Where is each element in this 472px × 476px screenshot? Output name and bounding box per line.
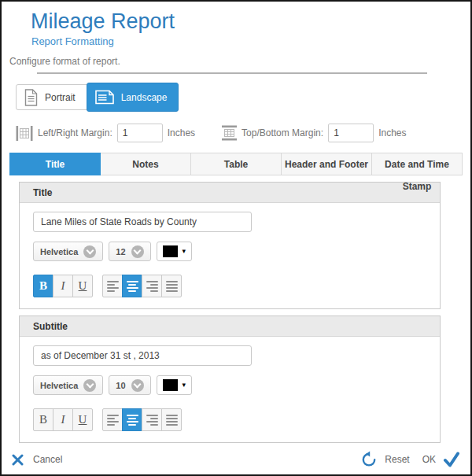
description-text: Configure format of report.: [9, 56, 470, 67]
reset-button[interactable]: Reset: [385, 454, 409, 465]
landscape-button[interactable]: Landscape: [87, 83, 179, 112]
tab-table[interactable]: Table: [191, 153, 282, 175]
underline-icon: U: [79, 279, 87, 293]
chevron-down-icon: [131, 245, 144, 258]
align-justify-icon: [166, 415, 178, 426]
left-right-margin-group: Left/Right Margin: Inches: [16, 124, 195, 142]
subtitle-text-style-group: B I U: [33, 408, 93, 431]
align-center-icon: [127, 281, 138, 292]
portrait-page-icon: [24, 89, 38, 106]
left-right-margin-unit: Inches: [168, 127, 195, 138]
subtitle-font-size-dropdown[interactable]: 10: [109, 375, 150, 395]
ok-button[interactable]: OK: [422, 452, 460, 467]
title-panel: Title Helvetica 12 ▾: [19, 182, 441, 309]
subtitle-underline-button[interactable]: U: [72, 408, 93, 431]
subtitle-font-family-dropdown[interactable]: Helvetica: [33, 375, 103, 395]
bold-icon: B: [39, 413, 47, 426]
top-bottom-margin-label: Top/Bottom Margin:: [242, 127, 323, 138]
title-align-center-button[interactable]: [122, 275, 142, 297]
top-bottom-margin-icon: [222, 125, 237, 141]
title-align-right-button[interactable]: [142, 275, 162, 297]
cancel-label: Cancel: [33, 454, 62, 465]
tab-title[interactable]: Title: [9, 153, 101, 175]
subtitle-font-color-dropdown[interactable]: ▾: [157, 375, 193, 395]
italic-icon: I: [61, 279, 65, 293]
chevron-down-icon: [83, 379, 96, 392]
title-bold-button[interactable]: B: [33, 275, 53, 297]
tab-notes[interactable]: Notes: [101, 153, 191, 175]
title-font-size-value: 12: [116, 247, 125, 256]
landscape-page-icon: [95, 90, 114, 105]
top-bottom-margin-input[interactable]: [328, 124, 374, 142]
subtitle-align-justify-button[interactable]: [161, 408, 182, 431]
title-align-left-button[interactable]: [102, 275, 123, 297]
footer-actions: Reset OK: [360, 451, 460, 468]
divider: [37, 72, 427, 74]
portrait-label: Portrait: [45, 92, 76, 103]
subtitle-font-family-value: Helvetica: [40, 381, 78, 390]
subtitle-panel: Subtitle Helvetica 10 ▾: [19, 315, 441, 443]
align-justify-icon: [166, 281, 178, 292]
mileage-report-dialog: Mileage Report Report Formatting Configu…: [0, 0, 472, 476]
top-bottom-margin-unit: Inches: [378, 127, 406, 138]
page-subtitle: Report Formatting: [31, 35, 470, 47]
format-tabs: Title Notes Table Header and Footer Date…: [9, 153, 463, 175]
left-right-margin-icon: [16, 126, 33, 141]
title-font-family-dropdown[interactable]: Helvetica: [33, 242, 103, 261]
italic-icon: I: [61, 413, 65, 426]
subtitle-panel-heading: Subtitle: [20, 316, 440, 337]
cancel-button[interactable]: Cancel: [12, 454, 62, 466]
title-font-size-dropdown[interactable]: 12: [109, 242, 150, 261]
align-right-icon: [146, 281, 158, 292]
subtitle-italic-button[interactable]: I: [53, 408, 73, 431]
tab-date-and-time-stamp[interactable]: Date and Time Stamp: [372, 153, 463, 175]
subtitle-align-right-button[interactable]: [142, 408, 162, 431]
caret-down-icon: ▾: [183, 248, 186, 255]
title-align-justify-button[interactable]: [161, 275, 182, 297]
check-icon: [443, 452, 460, 467]
title-text-style-group: B I U: [33, 275, 93, 297]
left-right-margin-label: Left/Right Margin:: [38, 127, 112, 138]
bold-icon: B: [39, 279, 47, 293]
close-icon: [12, 454, 24, 466]
margin-settings: Left/Right Margin: Inches Top/Bottom Mar…: [16, 124, 470, 142]
orientation-toggle: Portrait Landscape: [16, 83, 470, 112]
subtitle-align-left-button[interactable]: [102, 408, 123, 431]
dialog-footer: Cancel Reset OK: [2, 445, 470, 474]
align-left-icon: [107, 415, 119, 426]
chevron-down-icon: [83, 245, 96, 258]
align-left-icon: [107, 281, 119, 292]
title-alignment-group: [102, 275, 182, 297]
chevron-down-icon: [131, 379, 144, 392]
align-center-icon: [127, 415, 138, 426]
title-italic-button[interactable]: I: [53, 275, 73, 297]
subtitle-align-center-button[interactable]: [122, 408, 142, 431]
ok-label: OK: [422, 454, 436, 465]
top-bottom-margin-group: Top/Bottom Margin: Inches: [222, 124, 406, 142]
caret-down-icon: ▾: [183, 382, 186, 389]
align-right-icon: [146, 415, 158, 426]
page-title: Mileage Report: [31, 9, 470, 34]
color-swatch: [163, 379, 178, 391]
subtitle-text-input[interactable]: [33, 345, 252, 366]
reset-icon[interactable]: [360, 451, 378, 468]
left-right-margin-input[interactable]: [117, 124, 163, 142]
landscape-label: Landscape: [121, 92, 168, 103]
title-panel-heading: Title: [20, 183, 440, 203]
title-font-family-value: Helvetica: [40, 247, 78, 256]
underline-icon: U: [79, 413, 87, 426]
tab-header-and-footer[interactable]: Header and Footer: [282, 153, 372, 175]
subtitle-alignment-group: [102, 408, 182, 431]
title-font-color-dropdown[interactable]: ▾: [157, 242, 193, 261]
color-swatch: [163, 245, 178, 257]
subtitle-bold-button[interactable]: B: [33, 408, 53, 431]
title-text-input[interactable]: [33, 212, 252, 232]
title-underline-button[interactable]: U: [72, 275, 93, 297]
subtitle-font-size-value: 10: [116, 381, 125, 390]
portrait-button[interactable]: Portrait: [16, 84, 87, 110]
